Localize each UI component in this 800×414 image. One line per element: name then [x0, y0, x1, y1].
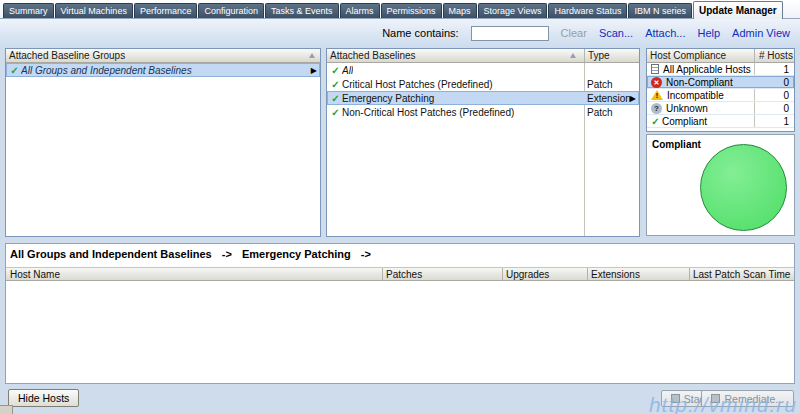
- attached-baselines-header[interactable]: Attached Baselines Type: [327, 49, 639, 63]
- scan-link[interactable]: Scan...: [599, 27, 633, 39]
- name-contains-input[interactable]: [471, 26, 549, 41]
- compliance-count: 1: [783, 64, 789, 75]
- col-upgrades[interactable]: Upgrades: [506, 269, 549, 280]
- hosts-table-body-empty: [6, 282, 794, 383]
- baseline-group-row[interactable]: ✓ All Groups and Independent Baselines ▶: [6, 63, 320, 77]
- compliance-count: 0: [783, 90, 789, 101]
- baseline-label: All: [342, 65, 353, 76]
- remediate-label: Remediate...: [724, 391, 784, 407]
- check-icon: ✓: [329, 107, 342, 118]
- tab-maps[interactable]: Maps: [443, 3, 477, 18]
- compliance-count: 0: [783, 77, 789, 88]
- attach-link[interactable]: Attach...: [645, 27, 685, 39]
- tab-alarms[interactable]: Alarms: [340, 3, 380, 18]
- clear-link[interactable]: Clear: [561, 27, 587, 39]
- baseline-label: Critical Host Patches (Predefined): [342, 79, 493, 90]
- row-arrow-icon: ▶: [630, 94, 636, 103]
- compliance-count: 0: [783, 103, 789, 114]
- hosts-count-column-header[interactable]: # Hosts: [754, 49, 793, 62]
- stage-icon: [671, 394, 680, 403]
- remediate-icon: [711, 394, 720, 403]
- admin-view-link[interactable]: Admin View: [732, 27, 790, 39]
- hide-hosts-button[interactable]: Hide Hosts: [8, 389, 79, 407]
- col-host-name[interactable]: Host Name: [10, 269, 60, 280]
- compliance-row-all-applicable[interactable]: All Applicable Hosts 1: [647, 63, 794, 76]
- compliance-row-unknown[interactable]: ? Unknown 0: [647, 102, 794, 115]
- tab-bar: Summary Virtual Machines Performance Con…: [0, 0, 800, 19]
- breadcrumb-arrow-icon: ->: [222, 248, 232, 260]
- compliance-count: 1: [783, 116, 789, 127]
- baseline-row[interactable]: ✓ Critical Host Patches (Predefined) Pat…: [327, 77, 639, 91]
- tab-hardware-status[interactable]: Hardware Status: [548, 3, 627, 18]
- hosts-table-header[interactable]: Host Name Patches Upgrades Extensions La…: [6, 267, 794, 281]
- column-divider: [587, 268, 588, 280]
- check-icon: ✓: [329, 65, 342, 76]
- baseline-row[interactable]: ✓ All: [327, 63, 639, 77]
- tab-ibm-n-series[interactable]: IBM N series: [628, 3, 692, 18]
- compliance-label: Incompatible: [667, 90, 724, 101]
- breadcrumb-group[interactable]: All Groups and Independent Baselines: [10, 248, 212, 260]
- check-icon: ✓: [329, 79, 342, 90]
- compliance-label: Unknown: [666, 103, 708, 114]
- baseline-row[interactable]: ✓ Non-Critical Host Patches (Predefined)…: [327, 105, 639, 119]
- baseline-row[interactable]: ✓ Emergency Patching Extension ▶: [327, 91, 639, 105]
- breadcrumb-arrow-icon: ->: [361, 248, 371, 260]
- compliance-pie-chart: [700, 144, 787, 231]
- name-contains-label: Name contains:: [382, 27, 458, 39]
- warning-icon: !: [651, 90, 663, 100]
- tab-permissions[interactable]: Permissions: [381, 3, 442, 18]
- baseline-label: Non-Critical Host Patches (Predefined): [342, 107, 514, 118]
- tab-tasks-events[interactable]: Tasks & Events: [265, 3, 339, 18]
- breadcrumb-baseline[interactable]: Emergency Patching: [242, 248, 351, 260]
- compliance-row-incompatible[interactable]: ! Incompatible 0: [647, 89, 794, 102]
- column-divider: [689, 268, 690, 280]
- host-compliance-body: All Applicable Hosts 1 ✕ Non-Compliant 0…: [647, 63, 794, 128]
- host-compliance-header[interactable]: Host Compliance # Hosts: [647, 49, 794, 63]
- column-divider: [502, 268, 503, 280]
- check-icon: ✓: [649, 116, 662, 127]
- tab-performance[interactable]: Performance: [134, 3, 198, 18]
- sort-icon: [309, 53, 315, 58]
- baseline-groups-header-label: Attached Baseline Groups: [9, 50, 125, 61]
- baseline-type: Patch: [587, 79, 613, 90]
- tab-update-manager[interactable]: Update Manager: [693, 1, 783, 19]
- type-column-header[interactable]: Type: [584, 49, 610, 62]
- compliance-row-compliant[interactable]: ✓ Compliant 1: [647, 115, 794, 128]
- update-manager-screen: Summary Virtual Machines Performance Con…: [0, 0, 800, 414]
- hide-hosts-label: Hide Hosts: [18, 390, 69, 406]
- baseline-label: Emergency Patching: [342, 93, 434, 104]
- sort-icon: [570, 53, 576, 58]
- filter-toolbar: Name contains: Clear Scan... Attach... H…: [0, 19, 800, 47]
- compliance-label: All Applicable Hosts: [663, 64, 751, 75]
- baseline-type: Patch: [587, 107, 613, 118]
- tab-virtual-machines[interactable]: Virtual Machines: [55, 3, 133, 18]
- check-icon: ✓: [8, 65, 21, 76]
- col-patches[interactable]: Patches: [386, 269, 422, 280]
- compliance-chart-panel: Compliant: [646, 134, 795, 236]
- remediate-button[interactable]: Remediate...: [701, 390, 794, 407]
- baseline-group-label: All Groups and Independent Baselines: [21, 65, 192, 76]
- help-link[interactable]: Help: [697, 27, 720, 39]
- check-icon: ✓: [329, 93, 342, 104]
- host-compliance-header-label: Host Compliance: [650, 50, 726, 61]
- tab-configuration[interactable]: Configuration: [198, 3, 264, 18]
- question-icon: ?: [651, 103, 662, 114]
- tab-storage-views[interactable]: Storage Views: [478, 3, 548, 18]
- compliance-chart-label: Compliant: [647, 135, 794, 150]
- tab-summary[interactable]: Summary: [3, 3, 54, 18]
- breadcrumb: All Groups and Independent Baselines -> …: [10, 248, 378, 260]
- baseline-groups-header[interactable]: Attached Baseline Groups: [6, 49, 320, 63]
- error-icon: ✕: [651, 77, 662, 88]
- attached-baselines-panel: Attached Baselines Type ✓ All ✓ Critical…: [326, 48, 640, 237]
- compliance-row-non-compliant[interactable]: ✕ Non-Compliant 0: [647, 76, 794, 89]
- column-divider: [382, 268, 383, 280]
- attached-baselines-header-label: Attached Baselines: [330, 50, 416, 61]
- col-last-patch-scan-time[interactable]: Last Patch Scan Time: [693, 269, 790, 280]
- report-icon: [651, 64, 659, 74]
- col-extensions[interactable]: Extensions: [591, 269, 640, 280]
- compliance-label: Compliant: [662, 116, 707, 127]
- row-arrow-icon: ▶: [311, 66, 317, 75]
- attached-baseline-groups-panel: Attached Baseline Groups ✓ All Groups an…: [5, 48, 321, 237]
- scrollbar-corner: [0, 405, 13, 414]
- baseline-type: Extension: [587, 93, 631, 104]
